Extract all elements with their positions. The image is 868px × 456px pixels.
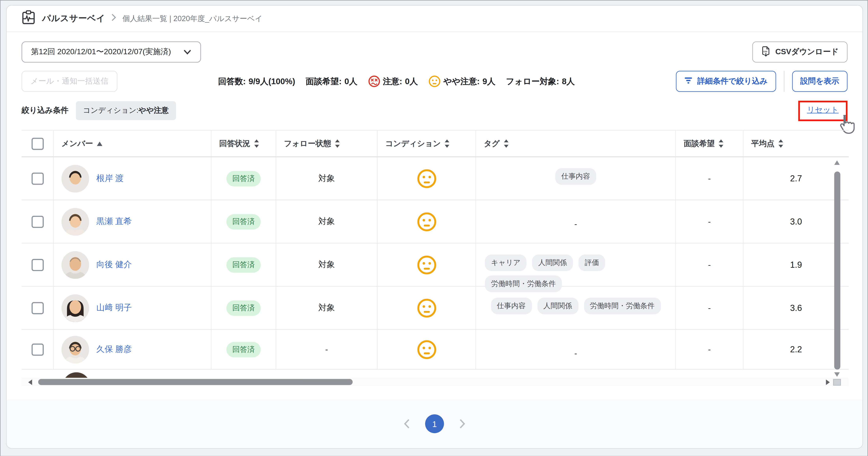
stat-item-2: 注意:0人 [368,75,418,88]
table-header: メンバー 回答状況 フォロー状態 コンディション タグ 面談希望 平均点 [22,131,848,157]
toolbar-row: 第12回 2020/12/01〜2020/12/07(実施済) csv CSVダ… [22,41,847,63]
condition-chip-value: やや注意 [138,106,169,115]
scroll-left-arrow-icon[interactable] [28,380,32,385]
interview-request-cell: - [676,243,743,287]
member-name-link[interactable]: 向後 健介 [96,259,132,270]
member-name-link[interactable]: 久保 勝彦 [96,344,132,355]
column-header-member[interactable]: メンバー [54,131,212,157]
stat-value: 8人 [562,76,575,87]
answer-status-cell: 回答済 [212,287,276,330]
detail-filter-label: 詳細条件で絞り込み [698,76,768,86]
condition-cell [378,243,476,287]
scroll-down-arrow-icon[interactable] [834,372,840,377]
column-header-follow[interactable]: フォロー状態 [276,131,378,157]
row-checkbox[interactable] [31,302,43,314]
answered-badge: 回答済 [226,171,261,186]
csv-download-button[interactable]: csv CSVダウンロード [752,41,847,63]
column-header-tags[interactable]: タグ [476,131,676,157]
stat-label: やや注意: [443,76,479,87]
answer-status-cell: 回答済 [212,243,276,287]
filter-condition-label: 絞り込み条件 [22,106,68,116]
face-neutral-icon [429,75,441,88]
row-checkbox[interactable] [31,172,43,185]
face-neutral-icon [416,168,437,188]
row-select-cell [22,243,54,287]
answered-badge: 回答済 [226,341,261,357]
reset-link[interactable]: リセット [807,105,839,114]
row-checkbox[interactable] [31,343,43,355]
breadcrumb-chevron-icon [112,13,116,24]
column-header-status[interactable]: 回答状況 [212,131,276,157]
member-name-link[interactable]: 黒瀬 直希 [96,216,132,227]
face-neutral-icon [416,298,437,318]
tag-chip: 評価 [579,255,605,271]
app-header: パルスサーベイ 個人結果一覧 | 2020年度_パルスサーベイ [7,5,863,32]
column-label: フォロー状態 [284,139,331,149]
tag-chip: 仕事内容 [491,298,532,314]
row-select-cell [22,157,54,200]
interview-request-cell: - [676,287,743,330]
pagination: 1 [7,399,863,448]
column-label: 回答状況 [219,139,250,149]
row-checkbox[interactable] [31,259,43,271]
member-name-link[interactable]: 根岸 渡 [96,173,123,184]
row-checkbox[interactable] [31,216,43,228]
table-row-partial [22,369,848,378]
column-header-condition[interactable]: コンディション [378,131,476,157]
member-name-link[interactable]: 山﨑 明子 [96,303,132,313]
scroll-up-arrow-icon[interactable] [834,161,840,165]
survey-period-select[interactable]: 第12回 2020/12/01〜2020/12/07(実施済) [22,41,201,63]
stat-item-0: 回答数:9/9人(100%) [218,76,295,87]
detail-filter-button[interactable]: 詳細条件で絞り込み [676,71,776,92]
filter-condition-row: 絞り込み条件 コンディション:やや注意 リセット [22,99,847,122]
button-divider [784,71,784,92]
interview-request-cell: - [676,157,743,200]
current-page-button[interactable]: 1 [425,414,444,433]
stat-label: 注意: [383,76,402,87]
select-all-cell [22,131,54,157]
members-table: メンバー 回答状況 フォロー状態 コンディション タグ 面談希望 平均点 根岸 … [22,130,848,386]
stat-label: フォロー対象: [506,76,559,87]
tags-cell: 仕事内容 [476,157,676,200]
tags-cell: - [476,200,676,243]
member-cell: 根岸 渡 [54,157,212,200]
table-row: 久保 勝彦 回答済- --2.2 [22,330,848,369]
tag-chip: キャリア [485,255,527,271]
bulk-send-button[interactable]: メール・通知一括送信 [22,71,117,92]
member-cell: 久保 勝彦 [54,330,212,369]
chevron-down-icon [183,47,191,56]
table-row: 黒瀬 直希 回答済対象 --3.0 [22,200,848,243]
select-all-checkbox[interactable] [31,137,43,150]
show-questions-button[interactable]: 設問を表示 [792,71,848,92]
scroll-right-arrow-icon[interactable] [826,380,830,385]
face-dizzy-icon [368,75,380,88]
avatar [61,335,89,363]
average-score-cell: 2.2 [744,330,849,369]
stat-value: 0人 [405,76,418,87]
breadcrumb: 個人結果一覧 | 2020年度_パルスサーベイ [123,13,262,24]
tags-cell: - [476,330,676,369]
column-header-average[interactable]: 平均点 [744,131,849,157]
svg-text:csv: csv [763,50,767,53]
interview-request-cell: - [676,330,743,369]
tag-chip: 仕事内容 [555,168,596,185]
tag-chip: 労働時間・労働条件 [584,298,661,314]
row-select-cell [22,287,54,330]
answered-badge: 回答済 [226,214,261,229]
column-header-interview[interactable]: 面談希望 [676,131,743,157]
column-label: メンバー [61,139,93,149]
vertical-scrollbar-thumb[interactable] [834,171,840,370]
prev-page-chevron-icon[interactable] [403,418,411,429]
next-page-chevron-icon[interactable] [458,418,466,429]
annotation-box: リセット [798,100,848,121]
stats-row: メール・通知一括送信 回答数:9/9人(100%)面談希望:0人 注意:0人 や… [22,71,847,92]
horizontal-scrollbar-thumb[interactable] [38,379,353,385]
summary-stats: 回答数:9/9人(100%)面談希望:0人 注意:0人 やや注意:9人フォロー対… [117,75,676,88]
answered-badge: 回答済 [226,257,261,272]
condition-cell [378,287,476,330]
table-row: 根岸 渡 回答済対象 仕事内容-2.7 [22,157,848,200]
follow-status-cell: 対象 [276,243,378,287]
show-questions-label: 設問を表示 [800,76,839,86]
face-neutral-icon [416,339,437,359]
face-neutral-icon [416,211,437,231]
